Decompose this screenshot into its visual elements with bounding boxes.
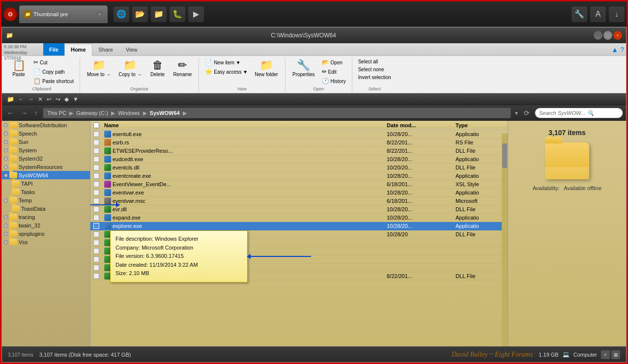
file-row[interactable]: expand.exe 10/28/20... Applicatio bbox=[90, 214, 508, 222]
new-item-button[interactable]: 📄 New item ▼ bbox=[203, 58, 250, 67]
edit-button[interactable]: ✏ Edit bbox=[320, 67, 348, 76]
opera-logo[interactable]: O bbox=[3, 7, 17, 21]
sidebar-item-systemresources[interactable]: ○ SystemResources bbox=[2, 163, 90, 171]
refresh-button[interactable]: ⟳ bbox=[522, 108, 532, 118]
checkbox[interactable] bbox=[93, 165, 99, 170]
select-all-button[interactable]: Select all bbox=[356, 58, 393, 65]
path-crumb-gateway[interactable]: Gateway (C:) bbox=[76, 110, 108, 116]
copy-path-button[interactable]: 📄 Copy path bbox=[31, 67, 76, 76]
copy-to-button[interactable]: 📁 Copy to → bbox=[115, 58, 144, 79]
tab-view[interactable]: View bbox=[119, 43, 144, 56]
checkbox[interactable] bbox=[93, 231, 99, 237]
tab-file[interactable]: File bbox=[43, 43, 64, 56]
minimize-button[interactable]: _ bbox=[594, 31, 602, 40]
checkbox[interactable] bbox=[93, 206, 99, 212]
checkbox[interactable] bbox=[93, 181, 99, 187]
sidebar-item-system32[interactable]: ○ System32 bbox=[2, 154, 90, 163]
history-button[interactable]: 🕐 History bbox=[320, 77, 348, 85]
sidebar-item-twain32[interactable]: ○ twain_32 bbox=[2, 221, 90, 229]
taskbar-icon-4[interactable]: 🐛 bbox=[170, 6, 185, 22]
sidebar-item-tracing[interactable]: ○ tracing bbox=[2, 213, 90, 221]
forward-qa-button[interactable]: → bbox=[27, 95, 35, 104]
easy-access-button[interactable]: ⭐ Easy access ▼ bbox=[203, 67, 250, 76]
sidebar-item-vpnplugins[interactable]: ○ vpnplugins bbox=[2, 229, 90, 238]
checkbox[interactable] bbox=[93, 273, 99, 279]
properties-qa-button[interactable]: ◆ bbox=[63, 95, 70, 104]
close-button[interactable]: × bbox=[613, 31, 622, 40]
path-crumb-windows[interactable]: Windows bbox=[118, 110, 140, 116]
col-date-header[interactable]: Date mod... bbox=[385, 122, 454, 128]
checkbox[interactable] bbox=[93, 248, 99, 254]
sidebar-item-softwaredist[interactable]: ○ SoftwareDistribution bbox=[2, 121, 90, 129]
back-button[interactable]: ← bbox=[5, 108, 16, 118]
redo-qa-button[interactable]: ↪ bbox=[55, 95, 61, 104]
scrollbar-thumb[interactable] bbox=[502, 143, 507, 168]
sidebar-item-sun[interactable]: ○ Sun bbox=[2, 138, 90, 146]
scrollbar-track[interactable] bbox=[502, 134, 508, 346]
checkbox[interactable] bbox=[93, 148, 99, 154]
tab-home[interactable]: Home bbox=[64, 44, 92, 56]
file-row[interactable]: eudcedit.exe 10/28/20... Applicatio bbox=[90, 155, 508, 164]
help-icon[interactable]: ▲ bbox=[611, 46, 618, 54]
move-to-button[interactable]: 📁 Move to → bbox=[84, 58, 114, 79]
list-view-icon[interactable]: ≡ bbox=[601, 350, 610, 359]
tab-close-button[interactable]: × bbox=[96, 11, 103, 18]
sidebar-item-system[interactable]: ○ System bbox=[2, 146, 90, 154]
col-type-header[interactable]: Type bbox=[454, 122, 508, 128]
sidebar-item-tapi[interactable]: TAPI bbox=[10, 179, 90, 188]
file-row[interactable]: eventcreate.exe 10/28/20... Applicatio bbox=[90, 172, 508, 180]
sidebar-item-syswow64[interactable]: ○ SysWOW64 bbox=[2, 171, 90, 179]
sidebar-item-vss[interactable]: ○ Vss bbox=[2, 238, 90, 246]
new-folder-button[interactable]: 📁 New folder bbox=[252, 58, 281, 79]
checkbox[interactable] bbox=[93, 265, 99, 271]
file-row[interactable]: esrb.rs 8/22/201... RS File bbox=[90, 139, 508, 147]
path-crumb-thispc[interactable]: This PC bbox=[47, 110, 66, 116]
undo-qa-button[interactable]: ↩ bbox=[46, 95, 53, 104]
taskbar-icon-2[interactable]: 📂 bbox=[132, 6, 148, 22]
select-none-button[interactable]: Select none bbox=[356, 66, 393, 73]
taskbar-icon-3[interactable]: 📁 bbox=[151, 6, 167, 22]
search-box[interactable]: Search SysWOW... 🔍 bbox=[535, 108, 623, 118]
select-all-checkbox[interactable] bbox=[93, 122, 99, 128]
taskbar-right-icon-1[interactable]: 🔧 bbox=[571, 6, 587, 22]
sidebar-item-speech[interactable]: ○ Speech bbox=[2, 129, 90, 138]
file-row[interactable]: eventvwr.exe 10/28/20... Applicatio bbox=[90, 189, 508, 197]
cut-button[interactable]: ✂ Cut bbox=[31, 58, 76, 67]
file-row[interactable]: evr.dll 10/28/20... DLL File bbox=[90, 205, 508, 214]
invert-selection-button[interactable]: Invert selection bbox=[356, 74, 393, 81]
maximize-button[interactable]: □ bbox=[603, 31, 612, 40]
file-row[interactable]: eventcls.dll 10/20/20... DLL File bbox=[90, 164, 508, 172]
detail-view-icon[interactable]: ▦ bbox=[611, 350, 620, 359]
checkbox[interactable] bbox=[93, 198, 99, 204]
file-row[interactable]: ETWESEProviderReso... 8/22/201... DLL Fi… bbox=[90, 147, 508, 155]
delete-qa-button[interactable]: ✕ bbox=[37, 95, 44, 104]
paste-shortcut-button[interactable]: 📋 Paste shortcut bbox=[31, 77, 76, 85]
tab-share[interactable]: Share bbox=[92, 43, 119, 56]
address-dropdown-button[interactable]: ▼ bbox=[514, 111, 519, 116]
file-row-explorer[interactable]: explorer.exe 10/28/20... Applicatio bbox=[90, 222, 508, 230]
delete-button[interactable]: 🗑 Delete bbox=[147, 58, 169, 79]
dropdown-qa-button[interactable]: ▼ bbox=[72, 95, 80, 104]
checkbox[interactable] bbox=[93, 140, 99, 145]
checkbox[interactable] bbox=[93, 131, 99, 137]
taskbar-right-icon-2[interactable]: A bbox=[590, 6, 606, 22]
rename-button[interactable]: ✏ Rename bbox=[171, 58, 195, 79]
file-row[interactable]: esentutl.exe 10/28/20... Applicatio bbox=[90, 130, 508, 139]
active-tab[interactable]: 📁 Thumbnail pre × bbox=[19, 5, 108, 23]
checkbox[interactable] bbox=[93, 173, 99, 179]
checkbox[interactable] bbox=[93, 240, 99, 246]
file-row[interactable]: eventvwr.msc 6/18/201... Microsoft bbox=[90, 197, 508, 205]
sidebar-item-temp[interactable]: ○ Temp bbox=[2, 196, 90, 204]
address-path[interactable]: This PC ▶ Gateway (C:) ▶ Windows ▶ SysWO… bbox=[43, 108, 511, 118]
checkbox[interactable] bbox=[93, 215, 99, 221]
checkbox[interactable] bbox=[93, 156, 99, 162]
back-qa-button[interactable]: ← bbox=[17, 95, 25, 104]
sidebar-item-tasks[interactable]: Tasks bbox=[10, 188, 90, 196]
file-row[interactable]: EventViewer_EventDe... 6/18/201... XSL S… bbox=[90, 180, 508, 189]
properties-button[interactable]: 🔧 Properties bbox=[289, 58, 318, 79]
taskbar-icon-5[interactable]: ▶ bbox=[188, 6, 204, 22]
forward-button[interactable]: → bbox=[19, 108, 29, 118]
sidebar-item-toastdata[interactable]: ToastData bbox=[10, 204, 90, 213]
checkbox-selected[interactable] bbox=[93, 223, 99, 229]
path-crumb-syswow64[interactable]: SysWOW64 bbox=[150, 110, 180, 116]
